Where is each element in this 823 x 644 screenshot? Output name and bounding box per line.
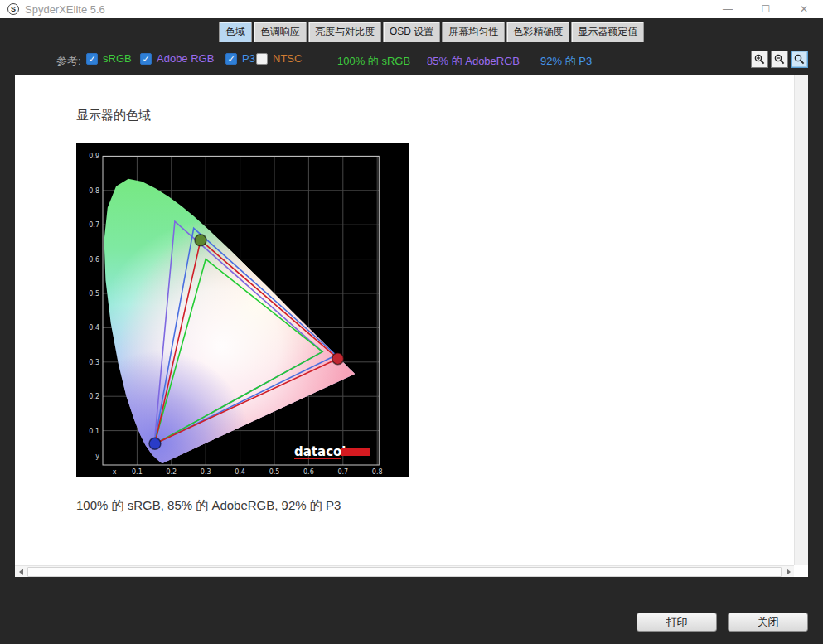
tab-screen-uniformity[interactable]: 屏幕均匀性 [442,22,505,42]
scroll-left-button[interactable] [15,566,27,578]
svg-text:0.7: 0.7 [89,221,99,229]
datacolor-logo: datacolor [294,444,370,459]
reference-option-adobe-rgb: ✓Adobe RGB [140,52,214,65]
y-axis-title: y [95,453,99,460]
svg-text:0.8: 0.8 [89,187,99,195]
coverage-result-p3: 92% 的 P3 [540,54,592,69]
app-logo-icon: S [7,3,19,15]
cie-chromaticity-svg: 0.10.20.30.40.50.60.70.80.10.20.30.40.50… [76,143,409,477]
title-bar: S SpyderXElite 5.6 — ☐ ✕ [0,0,823,18]
tab-display-rating[interactable]: 显示器额定值 [571,22,644,42]
print-button[interactable]: 打印 [637,613,717,632]
checkbox-label-p3: P3 [242,52,255,65]
svg-text:0.5: 0.5 [89,290,99,298]
horizontal-scrollbar[interactable] [15,565,794,577]
minimize-button[interactable]: — [709,0,747,18]
reference-option-srgb: ✓sRGB [86,52,132,65]
checkbox-label-adobe-rgb: Adobe RGB [157,52,214,65]
checkbox-p3[interactable]: ✓ [225,53,237,65]
cie-chromaticity-chart: 0.10.20.30.40.50.60.70.80.10.20.30.40.50… [76,143,409,477]
svg-text:0.8: 0.8 [372,468,383,476]
svg-text:0.2: 0.2 [166,468,177,476]
scroll-right-icon [787,569,791,575]
tab-color-accuracy[interactable]: 色彩精确度 [506,22,569,42]
reference-option-p3: ✓P3 [225,52,255,65]
maximize-button[interactable]: ☐ [747,0,785,18]
magnifier-icon [794,54,805,65]
svg-text:0.4: 0.4 [89,324,99,332]
scroll-left-icon [19,569,23,575]
app-window: S SpyderXElite 5.6 — ☐ ✕ 色域色调响应亮度与对比度OSD… [0,0,823,644]
checkbox-label-ntsc: NTSC [273,52,302,65]
zoom-in-icon [754,54,765,65]
vertical-scrollbar[interactable] [794,75,808,565]
zoom-out-button[interactable] [771,51,788,68]
close-dialog-button[interactable]: 关闭 [728,613,808,632]
display-primary-marker-1 [195,235,206,246]
checkbox-ntsc[interactable] [256,53,268,65]
zoom-in-button[interactable] [751,51,768,68]
svg-text:0.4: 0.4 [235,468,245,476]
svg-text:0.6: 0.6 [303,468,314,476]
display-primary-marker-0 [332,353,344,365]
svg-text:0.9: 0.9 [89,153,99,160]
svg-text:0.6: 0.6 [89,256,99,264]
tab-brightness-contrast[interactable]: 亮度与对比度 [308,22,381,42]
reference-bar: 参考: ✓sRGB✓Adobe RGB✓P3NTSC 100% 的 sRGB85… [0,46,823,75]
page-title: 显示器的色域 [76,108,151,123]
scroll-right-button[interactable] [782,566,794,578]
svg-text:0.1: 0.1 [89,428,99,435]
svg-text:0.2: 0.2 [89,393,99,400]
svg-text:0.1: 0.1 [132,468,143,476]
window-title: SpyderXElite 5.6 [25,3,105,16]
svg-text:0.3: 0.3 [201,468,211,476]
reference-option-ntsc: NTSC [256,52,302,65]
svg-text:0.7: 0.7 [337,468,348,476]
tab-bar: 色域色调响应亮度与对比度OSD 设置屏幕均匀性色彩精确度显示器额定值 [219,22,646,42]
x-axis-title: x [113,468,117,476]
reference-label: 参考: [56,54,81,69]
tab-gamut[interactable]: 色域 [219,22,252,42]
zoom-toolbar [751,51,808,68]
report-panel: 显示器的色域 [15,75,808,577]
zoom-reset-button[interactable] [791,51,808,68]
gamut-summary-text: 100% 的 sRGB, 85% 的 AdobeRGB, 92% 的 P3 [76,498,341,514]
zoom-out-icon [774,54,785,65]
checkbox-adobe-rgb[interactable]: ✓ [140,53,152,65]
svg-text:0.5: 0.5 [269,468,280,476]
window-controls: — ☐ ✕ [709,0,823,18]
coverage-result-srgb: 100% 的 sRGB [337,54,410,69]
tab-tone-response[interactable]: 色调响应 [254,22,307,42]
svg-text:0.3: 0.3 [89,359,99,366]
close-button[interactable]: ✕ [785,0,823,18]
checkbox-srgb[interactable]: ✓ [86,53,98,65]
coverage-result-adobe-rgb: 85% 的 AdobeRGB [427,54,520,69]
display-primary-marker-2 [149,438,161,449]
horizontal-scroll-thumb[interactable] [27,567,782,577]
checkbox-label-srgb: sRGB [103,52,132,65]
tab-osd-settings[interactable]: OSD 设置 [383,22,440,42]
